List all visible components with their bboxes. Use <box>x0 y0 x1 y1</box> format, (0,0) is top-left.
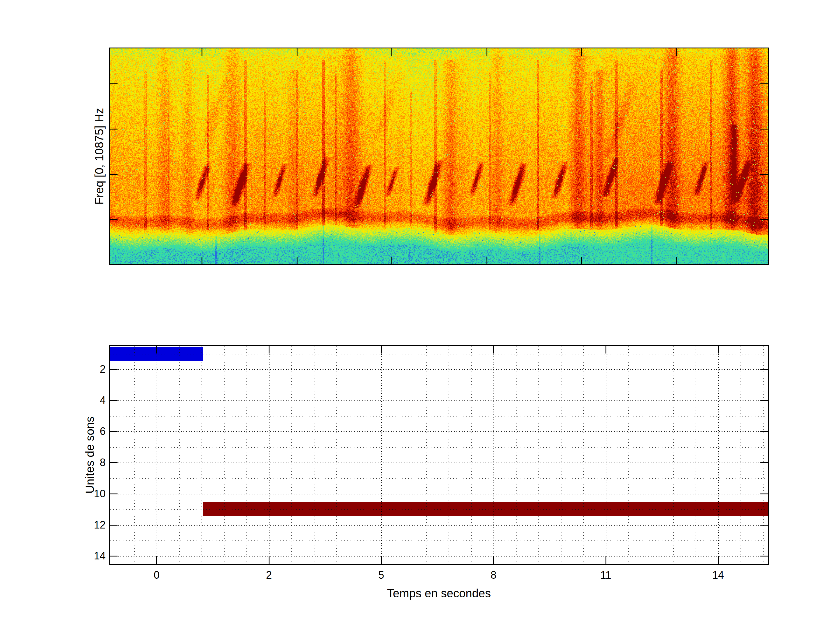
grid-line-vertical <box>606 346 606 564</box>
grid-line-horizontal <box>110 556 768 556</box>
x-axis-tick <box>268 556 270 564</box>
grid-line-vertical <box>471 346 472 564</box>
x-axis-tick <box>605 556 606 564</box>
grid-line-horizontal <box>110 525 768 526</box>
time-xlabel: Temps en secondes <box>387 587 491 600</box>
x-tick-label: 5 <box>378 569 384 581</box>
grid-line-vertical <box>336 346 337 564</box>
grid-line-horizontal <box>110 354 768 354</box>
y-axis-tick-mirror <box>760 431 768 432</box>
grid-line-vertical <box>583 346 584 564</box>
grid-line-vertical <box>224 346 224 564</box>
grid-line-vertical <box>538 346 539 564</box>
y-tick-label: 6 <box>100 426 106 437</box>
grid-line-horizontal <box>110 478 768 479</box>
grid-line-vertical <box>246 346 247 564</box>
grid-line-vertical <box>426 346 427 564</box>
spectrogram-y-tick-mirror <box>760 129 768 129</box>
spectrogram-x-tick-mirror <box>297 257 297 264</box>
x-axis-tick-mirror <box>718 346 718 354</box>
spectrogram-image <box>110 48 768 264</box>
grid-line-vertical <box>696 346 696 564</box>
grid-line-horizontal <box>110 385 768 385</box>
grid-line-horizontal <box>110 509 768 510</box>
x-tick-label: 8 <box>491 569 496 581</box>
grid-line-vertical <box>359 346 359 564</box>
x-axis-tick-mirror <box>381 346 382 354</box>
y-axis-tick <box>110 431 118 432</box>
spectrogram-x-tick-mirror <box>676 257 677 264</box>
spectrogram-ylabel: Freq [0, 10875] Hz <box>93 108 106 204</box>
x-axis-tick-mirror <box>156 346 157 354</box>
spectrogram-x-tick <box>486 48 487 56</box>
y-axis-tick <box>110 369 118 370</box>
x-tick-label: 0 <box>154 569 159 581</box>
x-axis-tick <box>156 556 157 564</box>
grid-line-horizontal <box>110 447 768 448</box>
grid-line-vertical <box>673 346 674 564</box>
x-tick-label: 14 <box>712 569 724 581</box>
grid-line-vertical <box>651 346 651 564</box>
grid-line-vertical <box>561 346 562 564</box>
spectrogram-x-tick <box>392 48 392 56</box>
x-axis-tick <box>718 556 718 564</box>
spectrogram-y-tick-mirror <box>760 174 768 175</box>
y-tick-label: 4 <box>100 395 106 406</box>
x-tick-label: 11 <box>600 569 611 581</box>
spectrogram-y-tick <box>110 219 118 220</box>
matlab-figure: Freq [0, 10875] Hz Unites de sons Temps … <box>0 0 840 630</box>
grid-line-vertical <box>134 346 135 564</box>
x-axis-tick <box>493 556 494 564</box>
y-axis-tick-mirror <box>760 369 768 370</box>
grid-line-horizontal <box>110 463 768 463</box>
y-axis-tick <box>110 556 118 556</box>
grid-line-vertical <box>179 346 180 564</box>
spectrogram-x-tick-mirror <box>392 257 392 264</box>
y-axis-tick-mirror <box>760 525 768 526</box>
spectrogram-y-tick-mirror <box>760 84 768 84</box>
spectrogram-x-tick-mirror <box>581 257 582 264</box>
y-axis-tick-mirror <box>760 400 768 401</box>
y-axis-tick <box>110 494 118 494</box>
grid-line-horizontal <box>110 494 768 494</box>
spectrogram-x-tick-mirror <box>486 257 487 264</box>
sound-units-ylabel: Unites de sons <box>84 417 96 494</box>
spectrogram-y-tick <box>110 129 118 129</box>
y-axis-tick-mirror <box>760 462 768 463</box>
spectrogram-y-tick <box>110 84 118 84</box>
x-tick-label: 2 <box>266 569 272 581</box>
grid-line-vertical <box>718 346 718 564</box>
y-axis-tick-mirror <box>760 494 768 494</box>
spectrogram-x-tick <box>297 48 297 56</box>
grid-line-vertical <box>269 346 270 564</box>
grid-line-vertical <box>628 346 629 564</box>
y-axis-tick-mirror <box>760 556 768 556</box>
spectrogram-x-tick <box>202 48 202 56</box>
grid-line-vertical <box>448 346 449 564</box>
grid-line-horizontal <box>110 540 768 541</box>
x-axis-tick <box>381 556 382 564</box>
spectrogram-y-tick <box>110 174 118 175</box>
sound-units-axes <box>109 345 769 565</box>
grid-line-vertical <box>516 346 516 564</box>
grid-line-vertical <box>291 346 292 564</box>
x-axis-tick-mirror <box>493 346 494 354</box>
x-axis-tick-mirror <box>268 346 270 354</box>
grid-line-vertical <box>112 346 112 564</box>
grid-line-vertical <box>494 346 494 564</box>
grid-line-vertical <box>404 346 404 564</box>
grid-line-horizontal <box>110 416 768 417</box>
y-axis-tick <box>110 400 118 401</box>
grid-line-horizontal <box>110 369 768 370</box>
y-tick-label: 2 <box>100 363 106 375</box>
y-tick-label: 14 <box>94 550 106 562</box>
grid-line-horizontal <box>110 401 768 401</box>
x-axis-tick-mirror <box>605 346 606 354</box>
grid-line-vertical <box>156 346 157 564</box>
y-tick-label: 8 <box>100 457 106 468</box>
grid-line-vertical <box>202 346 202 564</box>
grid-line-vertical <box>763 346 764 564</box>
y-axis-tick <box>110 462 118 463</box>
spectrogram-y-tick-mirror <box>760 219 768 220</box>
spectrogram-x-tick-mirror <box>202 257 202 264</box>
